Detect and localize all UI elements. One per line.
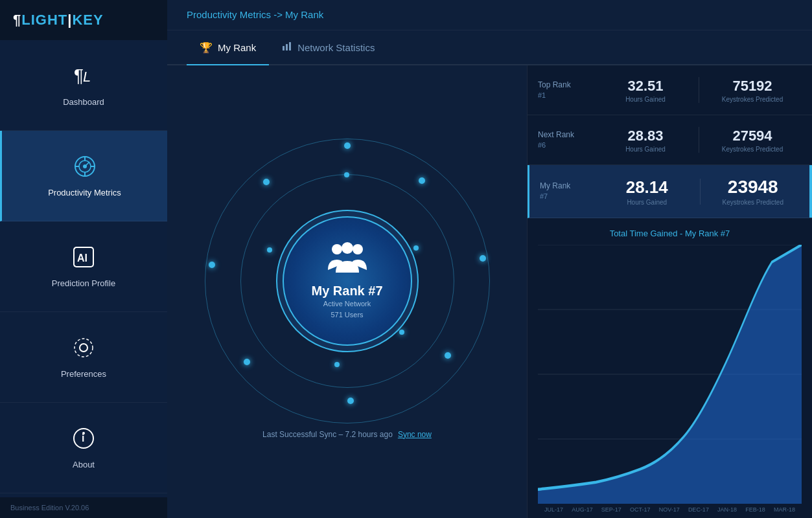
active-network-label: Active Network 571 Users [323,298,371,320]
orbit-dot-m1 [344,172,349,177]
my-rank-hours: 28.14 Hours Gained [598,177,696,206]
prediction-label: Prediction Profile [52,278,115,288]
orbit-dot-4 [445,352,451,359]
chart-title: Total Time Gained - My Rank #7 [538,229,802,238]
svg-point-14 [75,339,93,357]
rank-divider-3 [700,179,701,205]
next-rank-keystrokes: 27594 Keystrokes Predicted [703,128,802,153]
logo-area: ¶LIGHT|KEY [0,0,167,40]
rank-rows: Top Rank #1 32.51 Hours Gained 75192 Key… [528,65,812,218]
tab-network-stats-label: Network Statistics [297,42,375,53]
preferences-label: Preferences [61,369,106,379]
rank-divider-2 [699,127,699,153]
orbit-dot-m5 [267,247,272,253]
sync-message: Last Successful Sync – 7.2 hours ago [262,430,393,439]
svg-rect-20 [289,42,291,51]
svg-point-17 [82,432,85,434]
my-rank-row-label: My Rank #7 [540,181,598,201]
main-content: Productivity Metrics -> My Rank 🏆 My Ran… [167,0,812,518]
orbit-dot-3 [480,255,486,262]
svg-line-9 [85,162,89,166]
content-area: My Rank #7 Active Network 571 Users Last… [167,65,812,518]
top-rank-label: Top Rank #1 [538,80,596,100]
tab-network-stats[interactable]: Network Statistics [269,30,388,65]
app-version: Business Edition V.20.06 [0,497,167,518]
orbit-dot-m3 [399,330,404,335]
sidebar-item-prediction[interactable]: AI Prediction Profile [0,221,167,312]
orbit-diagram: My Rank #7 Active Network 571 Users [205,139,490,423]
top-rank-keystrokes: 75192 Keystrokes Predicted [703,78,802,103]
svg-point-22 [353,244,363,254]
sidebar: ¶LIGHT|KEY ¶ L Dashboard [0,0,167,518]
x-label-1: AUG-17 [572,506,593,513]
sidebar-item-preferences[interactable]: Preferences [0,312,167,403]
app-logo: ¶LIGHT|KEY [13,12,104,28]
orbit-dot-6 [244,359,250,365]
prediction-icon: AI [71,245,96,275]
x-label-8: MAR-18 [774,506,795,513]
about-icon: i [71,426,96,456]
sidebar-item-about[interactable]: i About [0,403,167,493]
orbit-dot-m2 [413,245,419,251]
sidebar-item-productivity[interactable]: Productivity Metrics [0,131,167,221]
orbit-dot-5 [347,398,354,404]
svg-point-13 [80,344,87,352]
svg-text:L: L [83,69,91,85]
x-label-2: SEP-17 [601,506,621,513]
breadcrumb: Productivity Metrics -> My Rank [187,9,323,20]
x-label-4: NOV-17 [659,506,680,513]
sync-now-link[interactable]: Sync now [398,430,432,439]
left-panel: My Rank #7 Active Network 571 Users Last… [167,65,527,518]
x-label-6: JAN-18 [717,506,737,513]
svg-rect-18 [283,46,284,51]
next-rank-label: Next Rank #6 [538,130,596,150]
trophy-icon: 🏆 [200,41,213,54]
productivity-icon [73,154,97,184]
x-label-7: FEB-18 [745,506,765,513]
orbit-dot-7 [209,262,215,268]
rank-divider-1 [699,77,699,103]
top-rank-hours: 32.51 Hours Gained [596,78,695,103]
dashboard-label: Dashboard [63,97,104,107]
my-rank-label: My Rank #7 [311,284,382,298]
sidebar-item-dashboard[interactable]: ¶ L Dashboard [0,40,167,131]
time-gained-chart [538,245,802,504]
x-label-0: JUL-17 [544,506,563,513]
x-label-3: OCT-17 [630,506,651,513]
chart-container [538,245,802,504]
chart-area: Total Time Gained - My Rank #7 [528,218,812,518]
tab-my-rank[interactable]: 🏆 My Rank [187,30,269,65]
productivity-label: Productivity Metrics [48,188,121,197]
right-panel: Top Rank #1 32.51 Hours Gained 75192 Key… [527,65,812,518]
svg-point-23 [342,242,353,254]
about-label: About [73,460,95,469]
my-rank-keystrokes: 23948 Keystrokes Predicted [704,177,802,206]
svg-text:¶: ¶ [74,65,84,85]
center-rank-display: My Rank #7 Active Network 571 Users [283,216,412,346]
svg-text:AI: AI [77,253,87,264]
rank-row-mine: My Rank #7 28.14 Hours Gained 23948 Keys… [528,165,812,218]
rank-row-top: Top Rank #1 32.51 Hours Gained 75192 Key… [528,65,812,115]
dashboard-icon: ¶ L [71,63,96,93]
orbit-dot-2 [419,177,425,184]
orbit-dot-1 [344,142,351,149]
orbit-dot-8 [263,179,270,185]
sync-bar: Last Successful Sync – 7.2 hours ago Syn… [243,423,451,445]
next-rank-hours: 28.83 Hours Gained [596,128,695,153]
chart-icon [282,41,292,54]
sidebar-nav: ¶ L Dashboard Productivity [0,40,167,497]
svg-rect-19 [286,44,288,51]
x-axis-labels: JUL-17 AUG-17 SEP-17 OCT-17 NOV-17 DEC-1… [538,504,802,518]
preferences-icon [71,335,96,365]
tabs-bar: 🏆 My Rank Network Statistics [167,30,812,65]
main-header: Productivity Metrics -> My Rank [167,0,812,30]
rank-row-next: Next Rank #6 28.83 Hours Gained 27594 Ke… [528,115,812,165]
x-label-5: DEC-17 [688,506,709,513]
svg-point-21 [332,244,342,254]
orbit-dot-m4 [334,362,340,367]
tab-my-rank-label: My Rank [218,42,256,53]
users-icon [328,242,367,280]
